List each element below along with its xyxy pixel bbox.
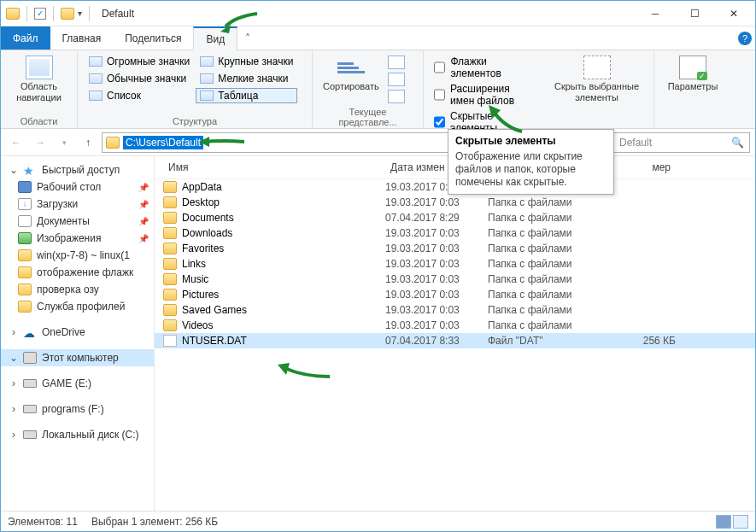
titlebar: ✓ ▾ Default ─ ☐ ✕ — [1, 1, 755, 26]
folder-icon — [163, 258, 177, 270]
file-type: Папка с файлами — [488, 212, 616, 224]
maximize-button[interactable]: ☐ — [675, 1, 714, 26]
group-label: Области — [8, 114, 70, 126]
close-button[interactable]: ✕ — [714, 1, 753, 26]
checkbox-file-extensions[interactable]: Расширения имен файлов — [434, 83, 536, 107]
view-details-button[interactable] — [716, 515, 731, 529]
sidebar-downloads[interactable]: Загрузки📌 — [1, 196, 154, 213]
file-row[interactable]: Favorites19.03.2017 0:03Папка с файлами — [155, 241, 755, 256]
file-row[interactable]: Videos19.03.2017 0:03Папка с файлами — [155, 318, 755, 333]
minimize-button[interactable]: ─ — [636, 1, 675, 26]
file-date: 19.03.2017 0:03 — [385, 319, 488, 331]
search-input[interactable]: Default 🔍 — [613, 132, 750, 153]
help-button[interactable]: ? — [735, 26, 755, 50]
qat-dropdown-icon[interactable]: ▾ — [78, 9, 82, 18]
size-columns-button[interactable] — [388, 90, 405, 103]
tab-home[interactable]: Главная — [50, 26, 114, 50]
sort-icon — [337, 56, 365, 79]
qat-checkbox-icon[interactable]: ✓ — [34, 8, 46, 20]
add-columns-button[interactable] — [388, 73, 405, 86]
hide-selected-button[interactable]: Скрыть выбранные элементы — [547, 54, 647, 105]
folder-icon — [106, 137, 120, 149]
file-name: Downloads — [182, 227, 232, 239]
file-row[interactable]: NTUSER.DAT07.04.2017 8:33Файл "DAT"256 К… — [155, 333, 755, 348]
view-huge-icons[interactable]: Огромные значки — [85, 54, 194, 69]
file-type: Папка с файлами — [488, 243, 616, 254]
file-date: 19.03.2017 0:03 — [385, 243, 488, 254]
file-row[interactable]: Saved Games19.03.2017 0:03Папка с файлам… — [155, 302, 755, 318]
sidebar-drive[interactable]: ›GAME (E:) — [1, 375, 154, 392]
file-name: AppData — [182, 181, 222, 193]
folder-icon — [163, 243, 177, 254]
search-placeholder: Default — [619, 137, 652, 149]
sidebar-pictures[interactable]: Изображения📌 — [1, 230, 154, 247]
file-name: Links — [182, 258, 206, 270]
folder-icon — [163, 181, 177, 193]
ribbon: Область навигации Области Огромные значк… — [1, 50, 755, 129]
search-icon: 🔍 — [731, 137, 744, 149]
file-row[interactable]: Desktop19.03.2017 0:03Папка с файлами — [155, 195, 755, 210]
col-name[interactable]: Имя — [163, 160, 385, 175]
col-size[interactable]: мер — [616, 160, 676, 175]
file-name: Music — [182, 273, 208, 285]
tooltip-body: Отображение или скрытие файлов и папок, … — [455, 150, 607, 189]
sidebar-this-pc[interactable]: ⌄Этот компьютер — [1, 349, 154, 366]
sidebar-onedrive[interactable]: ›☁OneDrive — [1, 324, 154, 341]
group-label: Структура — [85, 114, 305, 126]
menubar: Файл Главная Поделиться Вид ˄ ? — [1, 26, 755, 50]
status-item-count: Элементов: 11 — [8, 516, 78, 528]
view-large-icons[interactable]: Крупные значки — [196, 54, 297, 69]
sidebar-drive[interactable]: ›programs (F:) — [1, 400, 154, 418]
tooltip-title: Скрытые элементы — [455, 135, 607, 147]
file-date: 19.03.2017 0:03 — [385, 196, 488, 208]
tab-share[interactable]: Поделиться — [113, 26, 193, 50]
file-row[interactable]: Downloads19.03.2017 0:03Папка с файлами — [155, 225, 755, 241]
group-by-button[interactable] — [388, 56, 405, 69]
file-date: 19.03.2017 0:03 — [385, 289, 488, 301]
file-date: 07.04.2017 8:29 — [385, 212, 488, 224]
sidebar-folder[interactable]: win(xp-7-8) ~ linux(1 — [1, 247, 154, 264]
folder-icon — [163, 319, 177, 331]
ribbon-expand-icon[interactable]: ˄ — [237, 26, 258, 50]
up-button[interactable]: ↑ — [78, 132, 98, 153]
navigation-pane-button[interactable]: Область навигации — [8, 54, 70, 105]
file-type: Папка с файлами — [488, 227, 616, 239]
address-text[interactable]: C:\Users\Default — [123, 136, 203, 149]
sidebar-quick-access[interactable]: ⌄★Быстрый доступ — [1, 161, 154, 178]
sidebar-drive[interactable]: ›Локальный диск (C:) — [1, 426, 154, 443]
view-list[interactable]: Список — [85, 88, 194, 103]
folder-icon — [6, 8, 20, 20]
file-type: Папка с файлами — [488, 304, 616, 316]
view-table[interactable]: Таблица — [196, 88, 297, 103]
view-normal-icons[interactable]: Обычные значки — [85, 71, 194, 86]
folder-icon — [163, 227, 177, 239]
folder-icon — [61, 8, 74, 20]
folder-icon — [163, 212, 177, 224]
sidebar-folder[interactable]: отображение флажк — [1, 264, 154, 281]
sidebar-desktop[interactable]: Рабочий стол📌 — [1, 178, 154, 196]
forward-button[interactable]: → — [30, 132, 50, 153]
checkbox-item-flags[interactable]: Флажки элементов — [434, 56, 536, 79]
hide-icon — [583, 56, 611, 79]
file-row[interactable]: Links19.03.2017 0:03Папка с файлами — [155, 256, 755, 272]
sidebar-folder[interactable]: Служба профилей — [1, 298, 154, 315]
tab-file[interactable]: Файл — [1, 26, 50, 50]
sidebar-documents[interactable]: Документы📌 — [1, 213, 154, 230]
status-selection: Выбран 1 элемент: 256 КБ — [91, 516, 218, 528]
file-name: Saved Games — [182, 304, 247, 316]
file-row[interactable]: Music19.03.2017 0:03Папка с файлами — [155, 272, 755, 287]
window-title: Default — [102, 8, 134, 20]
file-type: Файл "DAT" — [488, 335, 616, 347]
view-small-icons[interactable]: Мелкие значки — [196, 71, 297, 86]
sidebar-folder[interactable]: проверка озу — [1, 281, 154, 298]
file-row[interactable]: Pictures19.03.2017 0:03Папка с файлами — [155, 287, 755, 302]
tab-view[interactable]: Вид — [193, 26, 237, 50]
recent-locations-button[interactable]: ▾ — [54, 132, 74, 153]
options-button[interactable]: Параметры — [661, 54, 724, 94]
file-row[interactable]: Documents07.04.2017 8:29Папка с файлами — [155, 210, 755, 225]
view-thumbnails-button[interactable] — [733, 515, 748, 529]
file-type: Папка с файлами — [488, 273, 616, 285]
back-button[interactable]: ← — [6, 132, 26, 153]
file-name: Favorites — [182, 243, 224, 254]
sort-button[interactable]: Сортировать — [319, 54, 383, 94]
